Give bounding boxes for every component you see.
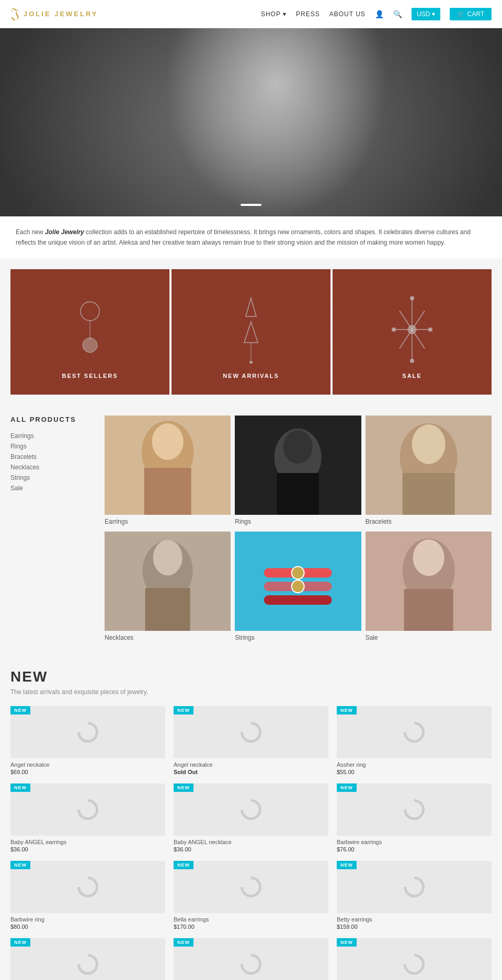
svg-rect-19 xyxy=(144,468,191,515)
sidebar-item-bracelets[interactable]: Bracelets xyxy=(10,452,94,462)
product-image-5: NEW xyxy=(337,783,492,836)
svg-rect-41 xyxy=(404,589,453,631)
product-card-7[interactable]: NEW Bella earrings $170.00 xyxy=(174,861,328,930)
currency-button[interactable]: USD ▾ xyxy=(412,8,440,20)
product-card-0[interactable]: NEW Angel neckalce $69.00 xyxy=(10,706,165,775)
sidebar-title: ALL PRODUCTS xyxy=(10,416,94,423)
cart-button[interactable]: 🛒 CART xyxy=(450,8,492,20)
product-image-9: NEW xyxy=(10,938,165,980)
svg-point-6 xyxy=(249,361,253,363)
new-badge-5: NEW xyxy=(337,783,357,792)
banner-jewelry-icon-3 xyxy=(391,295,433,368)
strings-label: Strings xyxy=(235,631,361,643)
new-section-subtitle: The latest arrivals and exquisite pieces… xyxy=(10,688,492,696)
banner-best-sellers-label: BEST SELLERS xyxy=(62,373,118,379)
product-price-6: $80.00 xyxy=(10,924,165,930)
product-card-3[interactable]: NEW Baby ANGEL earrings $36.00 xyxy=(10,783,165,852)
search-icon[interactable]: 🔍 xyxy=(393,10,402,18)
product-name-3: Baby ANGEL earrings xyxy=(10,839,165,845)
product-price-3: $36.00 xyxy=(10,846,165,852)
sidebar: ALL PRODUCTS Earrings Rings Bracelets Ne… xyxy=(10,416,94,648)
nav-about[interactable]: ABOUT US xyxy=(329,10,366,18)
svg-point-26 xyxy=(412,424,445,464)
loading-spinner-1 xyxy=(241,722,261,743)
user-icon[interactable]: 👤 xyxy=(375,10,384,18)
svg-rect-23 xyxy=(277,473,319,515)
svg-point-13 xyxy=(410,359,414,363)
banner-new-arrivals[interactable]: NEW ARRIVALS xyxy=(172,269,330,395)
new-badge-9: NEW xyxy=(10,938,30,947)
sidebar-item-strings[interactable]: Strings xyxy=(10,472,94,483)
new-section-title: NEW xyxy=(10,668,492,685)
svg-point-40 xyxy=(413,539,444,576)
product-name-4: Baby ANGEL necklace xyxy=(174,839,328,845)
product-card-1[interactable]: NEW Angel neckalce Sold Out xyxy=(174,706,328,775)
new-badge-11: NEW xyxy=(337,938,357,947)
nav-shop[interactable]: SHOP ▾ xyxy=(261,10,287,18)
about-text: collection adds to an established repert… xyxy=(16,228,471,246)
product-name-0: Angel neckalce xyxy=(10,762,165,768)
sidebar-item-earrings[interactable]: Earrings xyxy=(10,431,94,441)
product-image-3: NEW xyxy=(10,783,165,836)
banner-best-sellers[interactable]: BEST SELLERS xyxy=(10,269,169,395)
product-card-9[interactable]: NEW Dandelions earrings xyxy=(10,938,165,980)
product-price-5: $76.00 xyxy=(337,846,492,852)
sidebar-item-sale[interactable]: Sale xyxy=(10,483,94,493)
loading-spinner-3 xyxy=(77,799,98,820)
bracelets-label: Bracelets xyxy=(366,515,492,527)
product-card-6[interactable]: NEW Barbwire ring $80.00 xyxy=(10,861,165,930)
product-card-5[interactable]: NEW Barbwire earrings $76.00 xyxy=(337,783,492,852)
category-strings[interactable]: Strings xyxy=(235,532,361,643)
hero-section xyxy=(0,28,502,216)
product-price-7: $170.00 xyxy=(174,924,328,930)
product-name-5: Barbwire earrings xyxy=(337,839,492,845)
svg-point-15 xyxy=(428,327,432,331)
new-badge-8: NEW xyxy=(337,861,357,869)
all-products-section: ALL PRODUCTS Earrings Rings Bracelets Ne… xyxy=(0,405,502,658)
logo[interactable]: 𝔍 JOLIE JEWELRY xyxy=(10,5,98,22)
product-card-8[interactable]: NEW Betty earrings $159.00 xyxy=(337,861,492,930)
svg-point-36 xyxy=(292,567,304,579)
rings-image xyxy=(235,416,361,515)
product-card-10[interactable]: NEW Elisa earrings xyxy=(174,938,328,980)
svg-point-0 xyxy=(81,302,99,320)
category-banners: BEST SELLERS NEW ARRIVALS xyxy=(0,259,502,405)
product-card-2[interactable]: NEW Assher ring $55.00 xyxy=(337,706,492,775)
loading-spinner-8 xyxy=(404,877,425,897)
sidebar-item-necklaces[interactable]: Necklaces xyxy=(10,462,94,472)
logo-icon: 𝔍 xyxy=(10,5,19,22)
svg-marker-4 xyxy=(244,321,258,342)
svg-point-18 xyxy=(152,423,184,460)
banner-jewelry-icon xyxy=(74,298,106,365)
banner-jewelry-icon-2 xyxy=(238,295,264,368)
about-paragraph: Each new Jolie Jewelry collection adds t… xyxy=(16,227,486,248)
product-price-8: $159.00 xyxy=(337,924,492,930)
hero-figure xyxy=(0,28,502,216)
necklaces-label: Necklaces xyxy=(105,631,231,643)
sale-label: Sale xyxy=(366,631,492,643)
category-grid: Earrings Rings xyxy=(105,416,492,648)
product-card-11[interactable]: NEW Flash earrings xyxy=(337,938,492,980)
category-necklaces[interactable]: Necklaces xyxy=(105,532,231,643)
svg-point-22 xyxy=(283,430,313,464)
category-sale[interactable]: Sale xyxy=(366,532,492,643)
category-bracelets[interactable]: Bracelets xyxy=(366,416,492,527)
new-badge-6: NEW xyxy=(10,861,30,869)
svg-rect-35 xyxy=(264,595,332,605)
category-rings[interactable]: Rings xyxy=(235,416,361,527)
product-price-0: $69.00 xyxy=(10,769,165,775)
category-earrings[interactable]: Earrings xyxy=(105,416,231,527)
svg-point-30 xyxy=(153,540,182,575)
product-price-2: $55.00 xyxy=(337,769,492,775)
product-sold-out-1: Sold Out xyxy=(174,769,328,775)
banner-sale[interactable]: SALE xyxy=(333,269,492,395)
product-image-4: NEW xyxy=(174,783,328,836)
loading-spinner-7 xyxy=(241,877,261,897)
sidebar-item-rings[interactable]: Rings xyxy=(10,441,94,452)
new-badge-7: NEW xyxy=(174,861,193,869)
loading-spinner-9 xyxy=(77,954,98,975)
product-price-4: $36.00 xyxy=(174,846,328,852)
nav-press[interactable]: PRESS xyxy=(296,10,320,18)
hero-slide-indicator[interactable] xyxy=(241,204,261,206)
product-card-4[interactable]: NEW Baby ANGEL necklace $36.00 xyxy=(174,783,328,852)
